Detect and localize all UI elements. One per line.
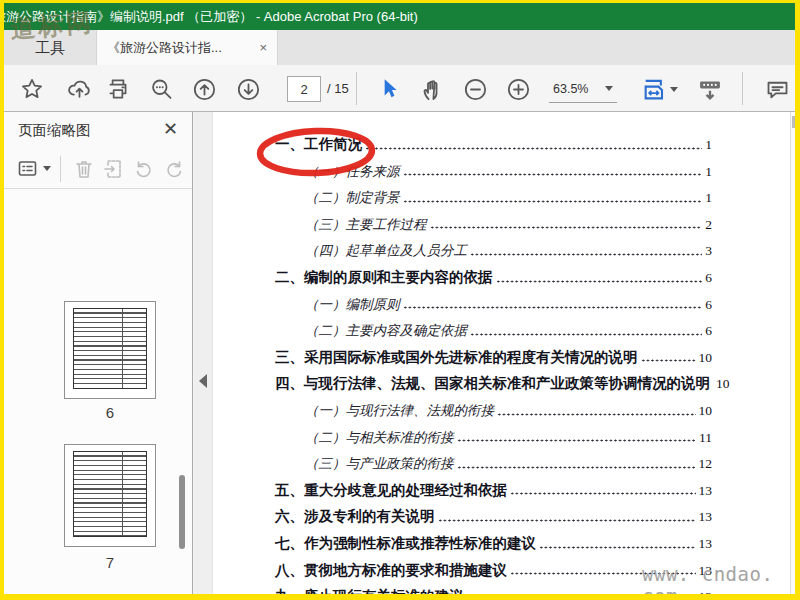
thumbnail-page-number: 7 xyxy=(64,554,156,571)
page-up-icon[interactable] xyxy=(190,75,218,103)
collapse-panel-icon[interactable] xyxy=(199,374,207,388)
tab-close-icon[interactable]: × xyxy=(259,40,267,55)
select-cursor-icon[interactable] xyxy=(375,75,403,103)
zoom-level-value: 63.5% xyxy=(553,82,588,96)
toc-entry[interactable]: 四、与现行法律、法规、国家相关标准和产业政策等协调情况的说明10 xyxy=(275,370,712,397)
search-icon[interactable] xyxy=(147,75,175,103)
toc-entry[interactable]: 六、涉及专利的有关说明13 xyxy=(275,503,712,530)
toc-entry[interactable]: （四）起草单位及人员分工3 xyxy=(275,237,712,264)
page-thumbnails-panel: 页面缩略图 ✕ 6 xyxy=(4,112,193,594)
main-toolbar: / 15 63.5% xyxy=(4,65,795,112)
toc-entry[interactable]: 三、采用国际标准或国外先进标准的程度有关情况的说明10 xyxy=(275,344,712,371)
panel-header: 页面缩略图 ✕ xyxy=(4,112,192,148)
tab-bar: 工具 《旅游公路设计指... × xyxy=(4,30,795,65)
table-of-contents: 一、工作简况1 （一）任务来源1 （二）制定背景1 （三）主要工作过程2 （四）… xyxy=(275,131,712,594)
zoom-out-icon[interactable] xyxy=(461,75,489,103)
delete-page-icon[interactable] xyxy=(72,157,96,181)
thumbnail-toolbar xyxy=(4,148,192,189)
toc-entry[interactable]: （一）与现行法律、法规的衔接10 xyxy=(275,397,712,424)
panel-collapse-strip xyxy=(194,112,213,594)
page-number-input[interactable] xyxy=(287,76,321,102)
document-scrollbar[interactable] xyxy=(790,112,795,594)
toc-entry[interactable]: （一）任务来源1 xyxy=(275,158,712,185)
extract-page-icon[interactable] xyxy=(102,157,126,181)
toc-entry[interactable]: （三）主要工作过程2 xyxy=(275,211,712,238)
toc-entry[interactable]: 七、作为强制性标准或推荐性标准的建议13 xyxy=(275,530,712,557)
chevron-down-icon[interactable] xyxy=(43,166,51,171)
toc-entry[interactable]: （二）与相关标准的衔接11 xyxy=(275,424,712,451)
star-icon[interactable] xyxy=(18,75,46,103)
acrobat-window: 旅游公路设计指南》编制说明.pdf （已加密） - Adobe Acrobat … xyxy=(4,3,795,594)
sidebar-scrollbar-thumb[interactable] xyxy=(179,475,185,549)
cloud-upload-icon[interactable] xyxy=(65,75,93,103)
watermark-cndao: www. cndao. com xyxy=(642,563,795,594)
chevron-down-icon[interactable] xyxy=(670,87,678,92)
panel-title: 页面缩略图 xyxy=(18,121,91,140)
panel-separator xyxy=(60,156,61,182)
tab-document[interactable]: 《旅游公路设计指... × xyxy=(96,30,278,65)
toc-entry[interactable]: 五、重大分歧意见的处理经过和依据13 xyxy=(275,477,712,504)
panel-close-icon[interactable]: ✕ xyxy=(163,118,178,140)
toc-entry[interactable]: 二、编制的原则和主要内容的依据6 xyxy=(275,264,712,291)
thumbnail-list: 6 7 xyxy=(4,190,192,594)
toc-entry[interactable]: （二）制定背景1 xyxy=(275,184,712,211)
print-icon[interactable] xyxy=(104,75,132,103)
toolbar-separator xyxy=(356,72,357,105)
hand-tool-icon[interactable] xyxy=(418,75,446,103)
thumbnail-page-number: 6 xyxy=(64,404,156,421)
title-bar: 旅游公路设计指南》编制说明.pdf （已加密） - Adobe Acrobat … xyxy=(4,3,795,30)
comment-icon[interactable] xyxy=(763,75,791,103)
toolbar-dock-icon[interactable] xyxy=(696,75,724,103)
toolbar-separator xyxy=(742,72,743,105)
chevron-down-icon xyxy=(605,86,613,91)
document-page: 一、工作简况1 （一）任务来源1 （二）制定背景1 （三）主要工作过程2 （四）… xyxy=(213,112,790,594)
page-total-label: / 15 xyxy=(327,76,349,102)
rotate-cw-icon[interactable] xyxy=(162,157,186,181)
thumbnail-page-6[interactable] xyxy=(64,301,156,399)
thumbnail-page-7[interactable] xyxy=(64,444,156,547)
page-down-icon[interactable] xyxy=(234,75,262,103)
toc-entry[interactable]: （三）与产业政策的衔接12 xyxy=(275,450,712,477)
zoom-level-dropdown[interactable]: 63.5% xyxy=(549,75,617,103)
thumbnail-table-preview xyxy=(73,451,147,537)
toc-entry[interactable]: （一）编制原则6 xyxy=(275,291,712,318)
document-scrollbar-thumb[interactable] xyxy=(792,116,796,128)
fit-width-icon[interactable] xyxy=(641,75,669,103)
tab-document-label: 《旅游公路设计指... xyxy=(107,39,253,57)
thumbnail-table-preview xyxy=(73,308,147,390)
thumbnail-options-icon[interactable] xyxy=(16,157,40,181)
zoom-in-icon[interactable] xyxy=(504,75,532,103)
toc-entry[interactable]: （二）主要内容及确定依据6 xyxy=(275,317,712,344)
toc-entry[interactable]: 一、工作简况1 xyxy=(275,131,712,158)
rotate-ccw-icon[interactable] xyxy=(132,157,156,181)
